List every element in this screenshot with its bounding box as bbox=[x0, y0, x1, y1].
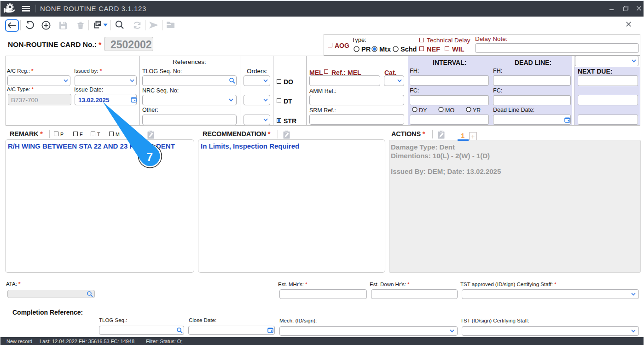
svg-text:7: 7 bbox=[146, 150, 153, 163]
